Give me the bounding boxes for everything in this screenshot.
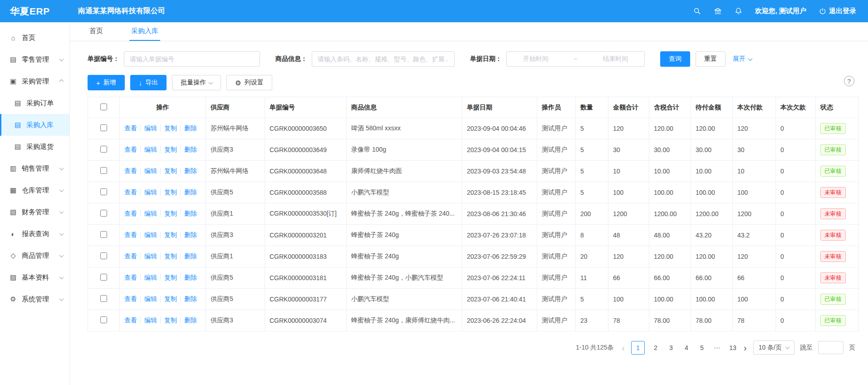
date-range-picker[interactable]: 开始时间 ~ 结束时间: [506, 51, 645, 67]
sidebar-item-warehouse[interactable]: ▦仓库管理: [0, 179, 69, 201]
copy-link[interactable]: 复制: [160, 146, 177, 153]
product-input[interactable]: [312, 51, 455, 67]
view-link[interactable]: 查看: [124, 295, 137, 302]
bell-icon[interactable]: [735, 7, 742, 15]
row-checkbox[interactable]: [100, 124, 107, 131]
copy-link[interactable]: 复制: [160, 124, 177, 132]
edit-link[interactable]: 编辑: [140, 316, 157, 324]
search-button[interactable]: 查询: [660, 51, 690, 67]
delete-link[interactable]: 删除: [180, 295, 197, 302]
page-button-13[interactable]: 13: [728, 344, 737, 351]
page-button-4[interactable]: 4: [682, 344, 691, 351]
page-button-2[interactable]: 2: [651, 344, 660, 351]
delete-link[interactable]: 删除: [180, 124, 197, 132]
copy-link[interactable]: 复制: [160, 274, 177, 281]
row-checkbox[interactable]: [100, 316, 107, 323]
edit-link[interactable]: 编辑: [140, 124, 157, 132]
tab-home[interactable]: 首页: [88, 22, 105, 41]
jump-page-input[interactable]: [818, 341, 843, 354]
bank-icon[interactable]: [714, 7, 722, 15]
delete-link[interactable]: 删除: [180, 188, 197, 196]
edit-link[interactable]: 编辑: [140, 274, 157, 281]
tab-purchase-inbound[interactable]: 采购入库: [129, 22, 160, 41]
copy-link[interactable]: 复制: [160, 316, 177, 324]
reset-button[interactable]: 重置: [696, 51, 726, 67]
ops-cell: 查看编辑复制删除: [120, 182, 206, 203]
view-link[interactable]: 查看: [124, 316, 137, 324]
sidebar-item-purchase-inbound[interactable]: ▤采购入库: [0, 114, 69, 136]
view-link[interactable]: 查看: [124, 167, 137, 174]
view-link[interactable]: 查看: [124, 231, 137, 238]
view-link[interactable]: 查看: [124, 274, 137, 281]
sidebar-item-system[interactable]: ⚙系统管理: [0, 288, 69, 310]
row-checkbox[interactable]: [100, 252, 107, 259]
copy-link[interactable]: 复制: [160, 295, 177, 302]
sidebar-item-purchase-return[interactable]: ▤采购退货: [0, 136, 69, 158]
delete-link[interactable]: 删除: [180, 274, 197, 281]
delete-link[interactable]: 删除: [180, 167, 197, 174]
page-button-3[interactable]: 3: [667, 344, 676, 351]
export-button[interactable]: ↓ 导出: [130, 75, 167, 90]
select-all-checkbox[interactable]: [100, 104, 107, 110]
page-button-1[interactable]: 1: [631, 341, 645, 355]
row-checkbox[interactable]: [100, 210, 107, 217]
sidebar-item-basic-data[interactable]: ▨基本资料: [0, 267, 69, 288]
row-checkbox[interactable]: [100, 295, 107, 302]
sidebar-item-reports[interactable]: ◐报表查询: [0, 223, 69, 245]
view-link[interactable]: 查看: [124, 146, 137, 153]
add-button[interactable]: + 新增: [88, 75, 125, 90]
row-checkbox[interactable]: [100, 274, 107, 281]
delete-link[interactable]: 删除: [180, 231, 197, 238]
row-checkbox[interactable]: [100, 146, 107, 153]
batch-actions-button[interactable]: 批量操作: [172, 75, 221, 90]
edit-link[interactable]: 编辑: [140, 167, 157, 174]
sidebar-item-goods[interactable]: ◇商品管理: [0, 245, 69, 267]
row-checkbox[interactable]: [100, 231, 107, 238]
view-link[interactable]: 查看: [124, 252, 137, 260]
edit-link[interactable]: 编辑: [140, 231, 157, 238]
qty-cell: 5: [576, 289, 608, 310]
sidebar-item-finance[interactable]: ▧财务管理: [0, 201, 69, 223]
page-button-5[interactable]: 5: [697, 344, 706, 351]
bill-no-input[interactable]: [124, 51, 260, 67]
delete-link[interactable]: 删除: [180, 252, 197, 260]
column-settings-button[interactable]: ⚙ 列设置: [226, 75, 272, 90]
unpaid-cell: 10.00: [691, 161, 733, 182]
view-link[interactable]: 查看: [124, 188, 137, 196]
sidebar-item-sales[interactable]: ▥销售管理: [0, 158, 69, 179]
delete-link[interactable]: 删除: [180, 146, 197, 153]
row-checkbox[interactable]: [100, 167, 107, 174]
logout-button[interactable]: 退出登录: [819, 7, 856, 15]
copy-link[interactable]: 复制: [160, 167, 177, 174]
search-icon[interactable]: [693, 7, 701, 15]
status-badge: 未审核: [820, 272, 846, 284]
date-cell: 2023-09-03 23:54:48: [462, 161, 537, 182]
sidebar-item-retail[interactable]: ▤零售管理: [0, 49, 69, 70]
view-link[interactable]: 查看: [124, 210, 137, 217]
view-link[interactable]: 查看: [124, 124, 137, 132]
product-cell: 小鹏汽车模型: [347, 289, 462, 310]
edit-link[interactable]: 编辑: [140, 252, 157, 260]
prev-page-button[interactable]: ‹: [621, 343, 626, 352]
qty-cell: 5: [576, 182, 608, 203]
paid-cell: 1200: [733, 203, 776, 225]
delete-link[interactable]: 删除: [180, 210, 197, 217]
copy-link[interactable]: 复制: [160, 231, 177, 238]
expand-link[interactable]: 展开: [733, 55, 752, 63]
sidebar-item-home[interactable]: ⌂首页: [0, 27, 69, 49]
qty-cell: 200: [576, 203, 608, 225]
row-checkbox[interactable]: [100, 188, 107, 195]
next-page-button[interactable]: ›: [743, 343, 748, 352]
edit-link[interactable]: 编辑: [140, 146, 157, 153]
copy-link[interactable]: 复制: [160, 252, 177, 260]
delete-link[interactable]: 删除: [180, 316, 197, 324]
copy-link[interactable]: 复制: [160, 188, 177, 196]
copy-link[interactable]: 复制: [160, 210, 177, 217]
edit-link[interactable]: 编辑: [140, 295, 157, 302]
sidebar-item-purchase-order[interactable]: ▤采购订单: [0, 92, 69, 114]
page-size-select[interactable]: 10 条/页: [753, 341, 794, 355]
sidebar-item-purchase[interactable]: ▣采购管理: [0, 70, 69, 92]
edit-link[interactable]: 编辑: [140, 188, 157, 196]
help-icon[interactable]: ?: [844, 76, 854, 86]
edit-link[interactable]: 编辑: [140, 210, 157, 217]
